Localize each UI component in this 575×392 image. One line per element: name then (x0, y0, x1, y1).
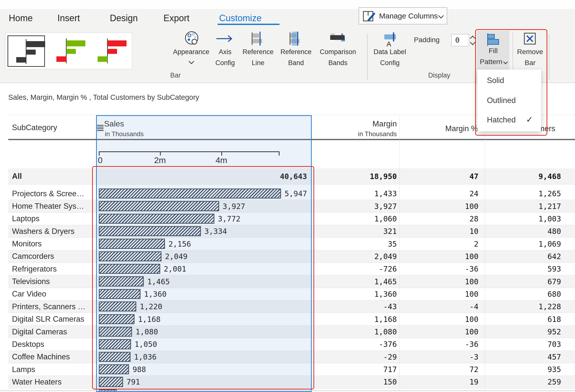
dropdown-item-outlined[interactable]: Outlined (487, 95, 534, 106)
chart-style-thumbnail[interactable] (48, 35, 86, 67)
table-row[interactable]: Lamps98871772935 (8, 363, 575, 376)
table-row-partial[interactable] (8, 389, 575, 392)
sales-bar[interactable] (99, 352, 131, 362)
sales-bar[interactable] (99, 201, 219, 211)
margin-value: -376 (322, 338, 397, 350)
fill-pattern-icon (486, 33, 500, 46)
tab-insert[interactable]: Insert (57, 12, 80, 24)
table-row[interactable]: Water Heaters79115019259 (8, 376, 575, 388)
margin-pct-value: 100 (404, 326, 478, 338)
row-label: Monitors (12, 238, 94, 250)
reference-line-icon[interactable] (251, 31, 266, 46)
comparison-bands-icon[interactable] (330, 32, 346, 45)
sales-bar[interactable] (99, 314, 135, 324)
axis-end-tick (279, 151, 280, 156)
dropdown-item-solid[interactable]: Solid (487, 75, 534, 86)
drag-handle-icon[interactable] (97, 125, 104, 132)
remove-bar-icon[interactable] (524, 32, 536, 45)
tab-home[interactable]: Home (9, 12, 33, 24)
sales-bar[interactable] (99, 264, 160, 274)
table-row[interactable]: Camcorders2,0492,049100642 (8, 250, 575, 263)
sales-bar[interactable] (99, 339, 131, 349)
tab-export[interactable]: Export (163, 12, 189, 24)
table-row[interactable]: Monitors2,1563521,069 (8, 238, 575, 250)
sales-bar[interactable] (99, 364, 129, 374)
margin-pct-value: -36 (404, 263, 478, 275)
data-label-config-label2: Config (365, 58, 415, 67)
axis-tick-label: 4m (209, 155, 234, 165)
sales-bar[interactable] (99, 289, 141, 299)
column-header-sales[interactable]: Sales (104, 119, 124, 128)
sales-bar[interactable] (99, 276, 144, 286)
table-row[interactable]: Digital SLR Cameras1,1681,168100618 (8, 313, 575, 326)
table-row[interactable]: Coffee Machines1,036-29-3457 (8, 351, 575, 363)
column-header-sales-subtitle: in Thousands (105, 130, 144, 138)
sales-bar[interactable] (99, 226, 201, 236)
table-row[interactable]: Printers, Scanners …1,220-43-41,228 (8, 300, 575, 313)
comparison-bands-button[interactable]: Comparison (310, 47, 365, 56)
axis-config-icon[interactable] (216, 34, 235, 43)
table-row[interactable]: Digital Cameras1,0801,080100952 (8, 326, 575, 338)
fill-pattern-dropdown: Solid Outlined Hatched ✓ (477, 70, 541, 131)
customers-value: 642 (486, 250, 561, 263)
remove-bar-button[interactable]: Remove (506, 47, 554, 56)
table-row[interactable]: Home Theater Sys…3,9273,9271001,217 (8, 200, 575, 212)
manage-columns-button[interactable]: Manage Columns (359, 7, 447, 24)
table-row[interactable]: Projectors & Scree…5,9471,433241,265 (8, 188, 575, 200)
table-row[interactable]: Washers & Dryers3,33432110480 (8, 225, 575, 238)
fill-pattern-label2: Pattern (475, 57, 507, 66)
margin-pct-value: -36 (404, 338, 478, 350)
row-label: Projectors & Scree… (12, 188, 94, 200)
table-row[interactable]: Car Video1,3601,360100680 (8, 288, 575, 300)
sales-value: 1,465 (147, 275, 170, 288)
sales-value: 5,947 (285, 188, 307, 200)
sales-bar[interactable] (99, 239, 165, 249)
data-label-config-icon[interactable]: A (381, 31, 399, 47)
chart-style-thumbnail[interactable] (7, 35, 45, 67)
sales-bar[interactable] (99, 251, 161, 261)
ribbon-separator (367, 34, 368, 80)
customers-value: 1,069 (486, 238, 561, 250)
margin-pct-value: 47 (404, 168, 478, 184)
sales-value: 2,156 (168, 238, 191, 250)
comparison-bands-label2: Bands (310, 58, 365, 67)
customers-value: 9,468 (486, 168, 561, 184)
margin-value: 1,168 (322, 313, 397, 325)
margin-value: -29 (322, 351, 397, 363)
sales-bar[interactable] (99, 301, 136, 311)
table-row[interactable]: Refrigerators2,001-726-36593 (8, 263, 575, 275)
appearance-palette-icon[interactable] (184, 30, 199, 46)
table-row[interactable]: Laptops3,7721,060281,003 (8, 213, 575, 225)
column-header-subcategory[interactable]: SubCategory (12, 123, 57, 132)
sales-bar[interactable] (99, 377, 123, 387)
table-row[interactable]: All40,64318,950479,468 (8, 168, 575, 185)
sales-bar[interactable] (99, 327, 132, 337)
margin-value: 35 (322, 238, 397, 250)
tab-customize[interactable]: Customize (219, 12, 262, 24)
chevron-down-icon (438, 13, 444, 19)
row-label: Water Heaters (12, 376, 94, 388)
customers-value: 679 (486, 275, 561, 288)
margin-value: -43 (322, 300, 397, 313)
column-header-margin[interactable]: Margin (322, 119, 397, 128)
customers-value: 259 (486, 376, 561, 388)
axis-tick-label: 2m (147, 155, 172, 165)
chart-style-thumbnail[interactable] (90, 35, 127, 67)
tab-design[interactable]: Design (110, 12, 138, 24)
data-label-config-button[interactable]: Data Label (365, 47, 415, 56)
sales-bar[interactable] (99, 214, 214, 224)
row-label: Refrigerators (12, 263, 94, 275)
sales-value: 791 (127, 376, 140, 388)
fill-pattern-button[interactable]: Fill Pattern (477, 31, 509, 70)
table-row[interactable]: Televisions1,4651,465100679 (8, 275, 575, 288)
row-label: Car Video (12, 288, 94, 300)
column-header-margin-pct[interactable]: Margin % (403, 124, 478, 133)
chart-style-gallery (5, 32, 132, 69)
padding-input[interactable]: 0 (451, 34, 469, 46)
reference-band-icon[interactable] (288, 31, 303, 46)
row-label: All (12, 168, 94, 184)
row-label: Printers, Scanners … (12, 300, 94, 313)
margin-pct-value: 100 (404, 275, 478, 288)
sales-bar[interactable] (99, 189, 281, 198)
table-row[interactable]: Desktops1,050-376-36703 (8, 338, 575, 351)
